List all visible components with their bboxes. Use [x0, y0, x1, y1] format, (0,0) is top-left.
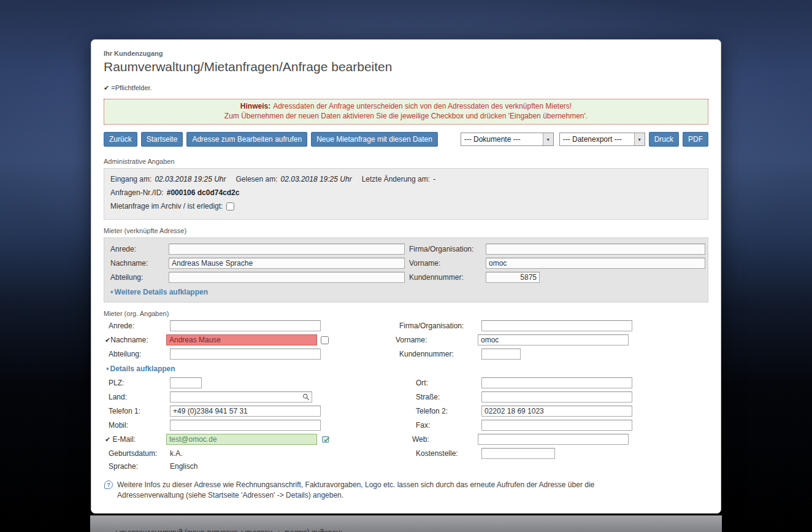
print-button[interactable]: Druck — [649, 132, 679, 147]
notice-text1: Adressdaten der Anfrage unterscheiden si… — [273, 102, 572, 110]
org-row-abteilung: Abteilung: Kundennummer: — [104, 349, 708, 360]
web-input[interactable] — [478, 434, 629, 445]
linked-firma-input[interactable] — [486, 244, 705, 255]
mobil-field — [170, 420, 399, 431]
org-nachname-input[interactable] — [166, 334, 317, 345]
toolbar: Zurück Startseite Adresse zum Bearbeiten… — [104, 132, 708, 147]
org-abteilung-input[interactable] — [170, 349, 321, 360]
linked-abteilung-label: Abteilung: — [110, 273, 169, 282]
telefon2-input[interactable] — [481, 406, 632, 417]
org-details-link-text: Details aufklappen — [110, 364, 175, 373]
required-check-icon: ✔ — [105, 336, 110, 344]
email-action-icon[interactable] — [322, 436, 330, 444]
org-form: Anrede: Firma/Organisation: ✔Nachname: V… — [104, 320, 708, 501]
org-kundennummer-field — [481, 349, 708, 360]
org-firma-field — [481, 320, 708, 331]
open-address-button[interactable]: Adresse zum Bearbeiten aufrufen — [186, 132, 307, 147]
linked-row-nachname: Nachname: Vorname: — [108, 258, 704, 269]
fax-input[interactable] — [481, 420, 632, 431]
kostenstelle-label: Kostenstelle: — [399, 449, 481, 458]
geburtsdatum-label: Geburtsdatum: — [109, 449, 170, 458]
admin-id-row: Anfragen-Nr./ID: #000106 dc0d74cd2c — [110, 188, 702, 197]
linked-nachname-field — [169, 258, 409, 269]
org-firma-input[interactable] — [481, 320, 632, 331]
sprache-value: Englisch — [170, 462, 399, 471]
org-vorname-label: Vorname: — [396, 336, 478, 344]
pdf-button[interactable]: PDF — [683, 132, 708, 147]
org-nachname-label: ✔Nachname: — [105, 336, 166, 344]
back-button[interactable]: Zurück — [104, 132, 137, 147]
org-row-email-web: ✔ E-Mail: Web: — [104, 434, 708, 445]
search-icon[interactable] — [302, 393, 310, 401]
telefon1-label: Telefon 1: — [109, 407, 170, 415]
linked-firma-field — [486, 244, 705, 255]
strasse-input[interactable] — [481, 391, 632, 403]
org-row-geburtsdatum: Geburtsdatum: k.A. Kostenstelle: — [104, 448, 708, 459]
linked-anrede-input[interactable] — [169, 244, 405, 255]
mobil-input[interactable] — [170, 420, 321, 431]
required-fields-note: ✔ =Pflichtfelder. — [104, 84, 708, 92]
take-over-nachname-checkbox[interactable] — [321, 336, 329, 344]
org-vorname-input[interactable] — [478, 334, 629, 345]
home-button[interactable]: Startseite — [141, 132, 183, 147]
plz-label: PLZ: — [109, 379, 170, 387]
export-select[interactable]: --- Datenexport --- ▼ — [559, 133, 645, 146]
linked-row-abteilung: Abteilung: Kundennummer: — [108, 272, 704, 283]
kostenstelle-input[interactable] — [481, 448, 555, 459]
web-field — [478, 434, 708, 445]
linked-vorname-input[interactable] — [486, 258, 705, 269]
linked-kundennummer-input[interactable] — [486, 272, 540, 283]
org-anrede-field — [170, 320, 399, 331]
email-field-wrap — [166, 434, 396, 445]
org-anrede-input[interactable] — [170, 320, 321, 331]
address-info-note: ? Weitere Infos zu dieser Adresse wie Re… — [104, 480, 708, 501]
org-row-plz-ort: PLZ: Ort: — [104, 377, 708, 388]
sprache-label: Sprache: — [109, 462, 170, 471]
kostenstelle-field — [481, 448, 708, 459]
documents-select[interactable]: --- Dokumente --- ▼ — [461, 133, 554, 146]
org-row-nachname: ✔Nachname: Vorname: — [104, 334, 708, 345]
ort-input[interactable] — [481, 377, 632, 388]
email-label-text: E-Mail: — [113, 435, 136, 444]
plz-input[interactable] — [170, 377, 202, 388]
telefon1-input[interactable] — [170, 406, 321, 417]
chevron-down-icon: ▼ — [634, 133, 645, 145]
expand-arrow-icon: ▾ — [110, 289, 113, 295]
ort-label: Ort: — [399, 379, 481, 387]
linked-details-row: ▾Weitere Details aufklappen — [108, 286, 704, 297]
linked-address-box: Anrede: Firma/Organisation: Nachname: Vo… — [104, 237, 708, 303]
org-kundennummer-input[interactable] — [481, 349, 521, 360]
chevron-glyph: ▼ — [546, 137, 550, 142]
required-check-icon: ✔ — [105, 436, 110, 443]
org-section-title: Mieter (org. Angaben) — [104, 310, 708, 317]
chevron-glyph: ▼ — [637, 137, 642, 142]
read-label: Gelesen am: — [236, 175, 277, 183]
export-select-value: --- Datenexport --- — [560, 135, 634, 144]
received-label: Eingang am: — [110, 175, 151, 183]
linked-kundennummer-field — [486, 272, 704, 283]
linked-anrede-label: Anrede: — [110, 245, 169, 253]
check-icon: ✔ — [104, 84, 109, 91]
org-row-anrede: Anrede: Firma/Organisation: — [104, 320, 708, 331]
org-abteilung-field — [170, 349, 399, 360]
card-reflection: Geburtsdatum: k.A. Kostenstelle: Sprache… — [90, 515, 722, 532]
linked-nachname-input[interactable] — [169, 258, 405, 269]
linked-details-link[interactable]: ▾Weitere Details aufklappen — [110, 288, 208, 296]
required-fields-text: =Pflichtfelder. — [111, 84, 151, 91]
request-id-value: #000106 dc0d74cd2c — [167, 188, 240, 197]
new-request-button[interactable]: Neue Mietanfrage mit diesen Daten — [311, 132, 438, 147]
changed-value: - — [433, 175, 435, 183]
email-input[interactable] — [166, 434, 317, 445]
geburtsdatum-value: k.A. — [170, 449, 399, 458]
request-id-label: Anfragen-Nr./ID: — [110, 188, 164, 197]
org-vorname-field — [478, 334, 708, 345]
admin-section-title: Administrative Angaben — [104, 158, 708, 165]
archive-checkbox[interactable] — [226, 202, 234, 210]
linked-abteilung-input[interactable] — [169, 272, 405, 283]
content-card: Ihr Kundenzugang Raumverwaltung/Mietanfr… — [91, 39, 721, 514]
info-note-text: Weitere Infos zu dieser Adresse wie Rech… — [117, 480, 657, 501]
org-details-link[interactable]: ▾Details aufklappen — [106, 364, 175, 373]
info-icon: ? — [104, 480, 113, 489]
land-label: Land: — [109, 393, 170, 401]
land-input[interactable] — [170, 391, 312, 403]
